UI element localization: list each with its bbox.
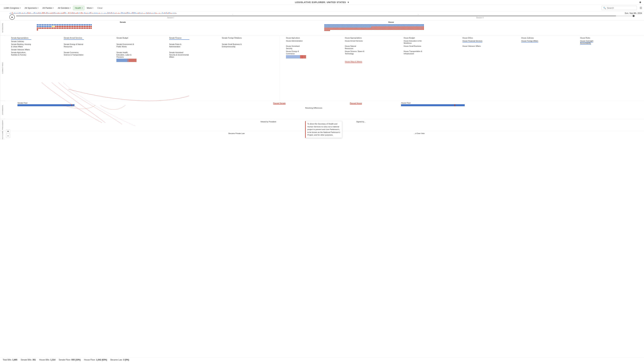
- svg-rect-73: [70, 12, 71, 14]
- committee-house-financial-services[interactable]: House Financial Services: [462, 40, 483, 44]
- svg-point-515: [377, 26, 378, 27]
- svg-point-208: [50, 24, 52, 25]
- svg-point-538: [404, 26, 405, 27]
- svg-rect-9: [17, 13, 18, 14]
- committee-senate-foreign-relations[interactable]: Senate Foreign Relations: [222, 37, 242, 40]
- timeline-knob[interactable]: [632, 15, 634, 17]
- svg-rect-189: [168, 12, 168, 14]
- svg-point-615: [395, 28, 396, 29]
- committee-house-oversight[interactable]: House Oversight Accountability: [580, 40, 600, 44]
- svg-rect-89: [84, 12, 84, 14]
- committee-house-natural-resources[interactable]: House Natural Resources: [345, 45, 365, 50]
- committee-house-judiciary[interactable]: House Judiciary: [521, 37, 541, 39]
- committee-senate-agriculture[interactable]: Senate Agriculture, Nutrition & Forestry: [11, 51, 31, 62]
- svg-rect-191: [170, 12, 170, 14]
- resolving-differences-label: Resolving Differences: [305, 107, 322, 109]
- svg-point-357: [391, 24, 392, 25]
- svg-point-268: [40, 27, 42, 29]
- svg-rect-133: [121, 12, 122, 14]
- svg-point-424: [370, 25, 371, 26]
- committee-house-armed-services[interactable]: House Armed Services: [345, 40, 365, 44]
- committee-senate-veterans[interactable]: Senate Veterans' Affairs: [11, 49, 31, 51]
- committee-senate-budget[interactable]: Senate Budget: [116, 37, 136, 40]
- svg-point-304: [329, 24, 330, 25]
- zoom-in-button[interactable]: +: [6, 129, 10, 133]
- svg-point-545: [412, 26, 414, 27]
- zoom-out-button[interactable]: −: [6, 134, 10, 138]
- committee-senate-judiciary[interactable]: Senate Judiciary: [11, 40, 31, 43]
- health-dropdown[interactable]: Health ▾: [73, 6, 84, 10]
- committee-house-homeland[interactable]: House Homeland Security: [286, 45, 306, 50]
- svg-point-692: [386, 29, 386, 30]
- committee-house-agriculture[interactable]: House Agriculture: [286, 37, 306, 39]
- outcome-section-label: OUTCOME: [0, 131, 5, 139]
- committee-senate-banking[interactable]: Senate Banking, Housing & Urban Affairs: [11, 43, 31, 48]
- svg-point-339: [370, 24, 371, 25]
- committee-house-administration[interactable]: House Administration: [286, 40, 306, 44]
- svg-point-272: [47, 27, 48, 29]
- svg-point-360: [395, 24, 396, 25]
- committee-senate-health[interactable]: Senate Health, Education, Labor & Pensio…: [116, 51, 136, 62]
- committee-house-veterans[interactable]: House Veterans' Affairs: [462, 45, 483, 50]
- more-dropdown[interactable]: More ▾: [85, 6, 95, 10]
- svg-point-484: [341, 26, 342, 27]
- svg-point-378: [416, 24, 417, 25]
- svg-point-639: [423, 28, 424, 29]
- svg-point-375: [412, 24, 414, 25]
- content-area: Senate House Senate Appropr: [5, 20, 644, 139]
- parties-label: All Parties: [42, 7, 52, 9]
- svg-rect-8: [16, 13, 16, 14]
- svg-point-351: [384, 24, 385, 25]
- svg-point-665: [354, 29, 355, 30]
- svg-point-391: [332, 25, 332, 26]
- committee-house-energy-commerce[interactable]: House Energy & Commerce: [286, 50, 306, 58]
- committee-house-transportation[interactable]: House Transportation & Infrastructure: [404, 50, 424, 58]
- svg-rect-148: [134, 12, 134, 14]
- svg-rect-0: [10, 13, 10, 14]
- committee-house-ethics[interactable]: House Ethics: [462, 37, 483, 39]
- svg-point-241: [50, 26, 52, 27]
- svg-point-289: [75, 27, 77, 29]
- svg-point-670: [360, 29, 360, 30]
- sponsors-dropdown[interactable]: All Sponsors ▾: [23, 6, 40, 10]
- parties-dropdown[interactable]: All Parties ▾: [41, 6, 56, 10]
- committee-senate-commerce[interactable]: Senate Commerce, Science & Transportatio…: [64, 51, 84, 62]
- committee-house-science[interactable]: House Science, Space & Technology: [345, 50, 365, 58]
- committee-house-ways-means[interactable]: House Ways & Means: [345, 60, 365, 63]
- genders-dropdown[interactable]: All Genders ▾: [56, 6, 72, 10]
- committee-senate-armed-services[interactable]: Senate Armed Services: [64, 37, 84, 40]
- svg-rect-157: [141, 13, 142, 14]
- committee-senate-environment[interactable]: Senate Environment & Public Works: [116, 43, 136, 48]
- svg-point-708: [404, 29, 405, 30]
- svg-point-327: [356, 24, 357, 25]
- committee-senate-homeland[interactable]: Senate Homeland Security & Governmental …: [169, 51, 189, 62]
- committee-senate-small-business[interactable]: Senate Small Business & Entrepreneurship: [222, 43, 242, 48]
- committee-senate-appropriations[interactable]: Senate Appropriations: [11, 37, 31, 40]
- committee-senate-finance[interactable]: Senate Finance: [169, 37, 189, 40]
- search-area[interactable]: 🔍: [602, 6, 637, 10]
- svg-point-602: [380, 28, 380, 29]
- svg-rect-126: [115, 13, 116, 14]
- svg-point-704: [400, 29, 400, 30]
- menu-icon[interactable]: ☰: [640, 6, 642, 9]
- congress-dropdown[interactable]: 118th Congress ▾: [2, 6, 22, 10]
- svg-point-429: [376, 25, 377, 26]
- svg-rect-151: [136, 13, 136, 14]
- committee-house-foreign-affairs[interactable]: House Foreign Affairs: [521, 40, 541, 44]
- committee-house-appropriations[interactable]: House Appropriations: [345, 37, 365, 39]
- committee-house-education[interactable]: House Education & the Workforce: [404, 40, 424, 44]
- clear-button[interactable]: Clear: [96, 6, 104, 10]
- committee-senate-energy[interactable]: Senate Energy & Natural Resources: [64, 43, 84, 48]
- svg-point-549: [417, 26, 418, 27]
- committee-house-small-business[interactable]: House Small Business: [404, 45, 424, 50]
- svg-point-663: [351, 29, 352, 30]
- committee-house-rules[interactable]: House Rules: [580, 37, 600, 39]
- svg-rect-109: [101, 13, 101, 14]
- title-dropdown-icon[interactable]: ▾: [348, 1, 349, 3]
- search-input[interactable]: [607, 7, 635, 9]
- committee-house-budget[interactable]: House Budget: [404, 37, 424, 39]
- svg-point-219: [68, 24, 70, 25]
- senate-dots-svg: [37, 24, 96, 32]
- play-button[interactable]: ▶: [10, 14, 15, 20]
- committee-senate-rules[interactable]: Senate Rules & Administration: [169, 43, 189, 48]
